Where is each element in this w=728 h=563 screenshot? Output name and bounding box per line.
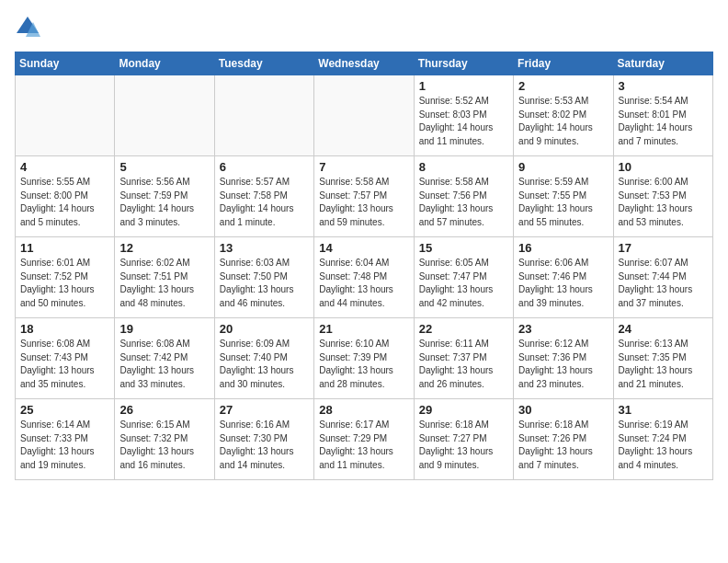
day-info: Sunrise: 6:18 AM Sunset: 7:26 PM Dayligh… bbox=[518, 419, 608, 472]
day-number: 19 bbox=[119, 322, 209, 336]
day-info: Sunrise: 6:06 AM Sunset: 7:46 PM Dayligh… bbox=[518, 257, 608, 310]
col-header-monday: Monday bbox=[115, 52, 214, 75]
day-cell: 15Sunrise: 6:05 AM Sunset: 7:47 PM Dayli… bbox=[414, 237, 513, 318]
day-cell: 30Sunrise: 6:18 AM Sunset: 7:26 PM Dayli… bbox=[514, 399, 613, 480]
day-info: Sunrise: 5:58 AM Sunset: 7:56 PM Dayligh… bbox=[419, 176, 508, 229]
day-info: Sunrise: 6:08 AM Sunset: 7:42 PM Dayligh… bbox=[119, 338, 209, 391]
day-info: Sunrise: 6:09 AM Sunset: 7:40 PM Dayligh… bbox=[220, 338, 309, 391]
day-cell bbox=[16, 75, 115, 156]
day-cell: 16Sunrise: 6:06 AM Sunset: 7:46 PM Dayli… bbox=[514, 237, 613, 318]
day-cell: 26Sunrise: 6:15 AM Sunset: 7:32 PM Dayli… bbox=[115, 399, 214, 480]
day-info: Sunrise: 6:05 AM Sunset: 7:47 PM Dayligh… bbox=[419, 257, 508, 310]
day-number: 12 bbox=[119, 241, 209, 255]
day-number: 4 bbox=[20, 160, 109, 174]
week-row-4: 18Sunrise: 6:08 AM Sunset: 7:43 PM Dayli… bbox=[16, 318, 713, 399]
day-cell: 10Sunrise: 6:00 AM Sunset: 7:53 PM Dayli… bbox=[613, 156, 712, 237]
day-number: 10 bbox=[619, 160, 708, 174]
day-number: 31 bbox=[619, 403, 708, 417]
day-info: Sunrise: 5:53 AM Sunset: 8:02 PM Dayligh… bbox=[518, 95, 608, 148]
day-info: Sunrise: 6:12 AM Sunset: 7:36 PM Dayligh… bbox=[518, 338, 608, 391]
col-header-wednesday: Wednesday bbox=[314, 52, 414, 75]
day-cell: 18Sunrise: 6:08 AM Sunset: 7:43 PM Dayli… bbox=[16, 318, 115, 399]
day-cell: 14Sunrise: 6:04 AM Sunset: 7:48 PM Dayli… bbox=[314, 237, 414, 318]
day-cell: 21Sunrise: 6:10 AM Sunset: 7:39 PM Dayli… bbox=[314, 318, 414, 399]
day-cell: 31Sunrise: 6:19 AM Sunset: 7:24 PM Dayli… bbox=[613, 399, 712, 480]
day-info: Sunrise: 6:01 AM Sunset: 7:52 PM Dayligh… bbox=[20, 257, 109, 310]
day-number: 25 bbox=[20, 403, 109, 417]
day-info: Sunrise: 6:00 AM Sunset: 7:53 PM Dayligh… bbox=[619, 176, 708, 229]
day-number: 1 bbox=[419, 79, 508, 93]
day-info: Sunrise: 6:08 AM Sunset: 7:43 PM Dayligh… bbox=[20, 338, 109, 391]
day-info: Sunrise: 5:55 AM Sunset: 8:00 PM Dayligh… bbox=[20, 176, 109, 229]
day-number: 11 bbox=[20, 241, 109, 255]
day-cell: 8Sunrise: 5:58 AM Sunset: 7:56 PM Daylig… bbox=[414, 156, 513, 237]
day-number: 13 bbox=[220, 241, 309, 255]
day-cell: 3Sunrise: 5:54 AM Sunset: 8:01 PM Daylig… bbox=[613, 75, 712, 156]
day-cell: 17Sunrise: 6:07 AM Sunset: 7:44 PM Dayli… bbox=[613, 237, 712, 318]
logo-icon bbox=[15, 15, 40, 40]
day-number: 7 bbox=[319, 160, 408, 174]
header-row: SundayMondayTuesdayWednesdayThursdayFrid… bbox=[16, 52, 713, 75]
day-number: 6 bbox=[220, 160, 309, 174]
col-header-sunday: Sunday bbox=[16, 52, 115, 75]
week-row-3: 11Sunrise: 6:01 AM Sunset: 7:52 PM Dayli… bbox=[16, 237, 713, 318]
day-info: Sunrise: 6:02 AM Sunset: 7:51 PM Dayligh… bbox=[119, 257, 209, 310]
day-number: 16 bbox=[518, 241, 608, 255]
day-cell: 7Sunrise: 5:58 AM Sunset: 7:57 PM Daylig… bbox=[314, 156, 414, 237]
day-cell: 20Sunrise: 6:09 AM Sunset: 7:40 PM Dayli… bbox=[214, 318, 313, 399]
day-number: 5 bbox=[119, 160, 209, 174]
day-info: Sunrise: 5:54 AM Sunset: 8:01 PM Dayligh… bbox=[619, 95, 708, 148]
day-cell: 28Sunrise: 6:17 AM Sunset: 7:29 PM Dayli… bbox=[314, 399, 414, 480]
page-header bbox=[15, 15, 713, 40]
day-number: 27 bbox=[220, 403, 309, 417]
day-cell: 2Sunrise: 5:53 AM Sunset: 8:02 PM Daylig… bbox=[514, 75, 613, 156]
day-cell: 12Sunrise: 6:02 AM Sunset: 7:51 PM Dayli… bbox=[115, 237, 214, 318]
day-cell: 25Sunrise: 6:14 AM Sunset: 7:33 PM Dayli… bbox=[16, 399, 115, 480]
week-row-2: 4Sunrise: 5:55 AM Sunset: 8:00 PM Daylig… bbox=[16, 156, 713, 237]
col-header-friday: Friday bbox=[514, 52, 613, 75]
day-number: 21 bbox=[319, 322, 408, 336]
day-number: 3 bbox=[619, 79, 708, 93]
day-info: Sunrise: 6:18 AM Sunset: 7:27 PM Dayligh… bbox=[419, 419, 508, 472]
day-info: Sunrise: 6:10 AM Sunset: 7:39 PM Dayligh… bbox=[319, 338, 408, 391]
day-info: Sunrise: 5:52 AM Sunset: 8:03 PM Dayligh… bbox=[419, 95, 508, 148]
day-info: Sunrise: 6:04 AM Sunset: 7:48 PM Dayligh… bbox=[319, 257, 408, 310]
day-cell: 19Sunrise: 6:08 AM Sunset: 7:42 PM Dayli… bbox=[115, 318, 214, 399]
day-number: 20 bbox=[220, 322, 309, 336]
day-number: 18 bbox=[20, 322, 109, 336]
day-cell: 29Sunrise: 6:18 AM Sunset: 7:27 PM Dayli… bbox=[414, 399, 513, 480]
day-info: Sunrise: 5:58 AM Sunset: 7:57 PM Dayligh… bbox=[319, 176, 408, 229]
col-header-thursday: Thursday bbox=[414, 52, 513, 75]
calendar-table: SundayMondayTuesdayWednesdayThursdayFrid… bbox=[15, 52, 713, 480]
day-cell bbox=[214, 75, 313, 156]
day-info: Sunrise: 6:16 AM Sunset: 7:30 PM Dayligh… bbox=[220, 419, 309, 472]
day-info: Sunrise: 6:17 AM Sunset: 7:29 PM Dayligh… bbox=[319, 419, 408, 472]
day-number: 8 bbox=[419, 160, 508, 174]
day-number: 15 bbox=[419, 241, 508, 255]
day-info: Sunrise: 6:14 AM Sunset: 7:33 PM Dayligh… bbox=[20, 419, 109, 472]
day-cell: 22Sunrise: 6:11 AM Sunset: 7:37 PM Dayli… bbox=[414, 318, 513, 399]
day-cell: 4Sunrise: 5:55 AM Sunset: 8:00 PM Daylig… bbox=[16, 156, 115, 237]
col-header-saturday: Saturday bbox=[613, 52, 712, 75]
day-cell: 11Sunrise: 6:01 AM Sunset: 7:52 PM Dayli… bbox=[16, 237, 115, 318]
day-number: 23 bbox=[518, 322, 608, 336]
day-info: Sunrise: 6:11 AM Sunset: 7:37 PM Dayligh… bbox=[419, 338, 508, 391]
day-number: 26 bbox=[119, 403, 209, 417]
day-number: 24 bbox=[619, 322, 708, 336]
day-info: Sunrise: 6:03 AM Sunset: 7:50 PM Dayligh… bbox=[220, 257, 309, 310]
day-number: 17 bbox=[619, 241, 708, 255]
day-info: Sunrise: 5:59 AM Sunset: 7:55 PM Dayligh… bbox=[518, 176, 608, 229]
day-info: Sunrise: 6:07 AM Sunset: 7:44 PM Dayligh… bbox=[619, 257, 708, 310]
day-number: 28 bbox=[319, 403, 408, 417]
day-cell: 13Sunrise: 6:03 AM Sunset: 7:50 PM Dayli… bbox=[214, 237, 313, 318]
day-cell: 1Sunrise: 5:52 AM Sunset: 8:03 PM Daylig… bbox=[414, 75, 513, 156]
day-cell: 24Sunrise: 6:13 AM Sunset: 7:35 PM Dayli… bbox=[613, 318, 712, 399]
day-info: Sunrise: 5:57 AM Sunset: 7:58 PM Dayligh… bbox=[220, 176, 309, 229]
day-number: 2 bbox=[518, 79, 608, 93]
day-cell bbox=[115, 75, 214, 156]
day-number: 14 bbox=[319, 241, 408, 255]
day-info: Sunrise: 5:56 AM Sunset: 7:59 PM Dayligh… bbox=[119, 176, 209, 229]
logo bbox=[15, 15, 44, 40]
week-row-1: 1Sunrise: 5:52 AM Sunset: 8:03 PM Daylig… bbox=[16, 75, 713, 156]
day-number: 9 bbox=[518, 160, 608, 174]
